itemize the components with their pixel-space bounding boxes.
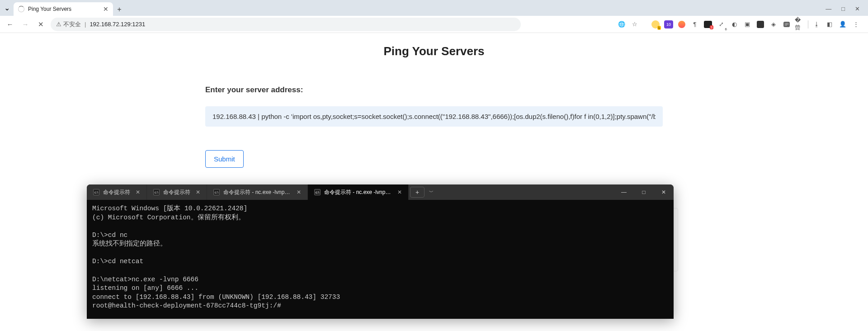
security-label: 不安全 xyxy=(63,20,81,28)
extension-icon[interactable]: ⤢6 xyxy=(716,19,726,29)
extensions-row: 🌐 ☆ 10 ¶ 3 ⤢6 ◐ ▣ ◈ IP �曾 ⭳ ◧ 👤 ⋮ xyxy=(617,19,863,29)
window-close-button[interactable]: ✕ xyxy=(855,5,860,12)
extension-icon[interactable]: ◐ xyxy=(729,19,739,29)
extension-icon[interactable]: ¶ xyxy=(690,19,700,29)
extension-icon[interactable] xyxy=(651,19,660,29)
tabs-dropdown[interactable]: ⌄ xyxy=(0,0,14,16)
extension-icon[interactable]: ▣ xyxy=(742,19,752,29)
new-tab-button[interactable]: + xyxy=(113,3,126,16)
terminal-new-tab-button[interactable]: + xyxy=(410,187,425,198)
terminal-minimize-button[interactable]: — xyxy=(614,184,634,200)
window-controls: — □ ✕ xyxy=(826,5,868,16)
window-minimize-button[interactable]: — xyxy=(826,5,831,12)
address-bar[interactable]: ⚠ 不安全 | 192.168.72.129:1231 xyxy=(51,18,521,31)
extensions-menu-icon[interactable]: �曾 xyxy=(795,19,805,29)
browser-toolbar: ← → ✕ ⚠ 不安全 | 192.168.72.129:1231 🌐 ☆ 10… xyxy=(0,16,868,33)
server-address-input[interactable] xyxy=(205,106,663,127)
nav-forward-button[interactable]: → xyxy=(20,20,31,28)
extension-icon[interactable] xyxy=(755,19,765,29)
profile-avatar-icon[interactable]: 👤 xyxy=(838,19,848,29)
tab-title: Ping Your Servers xyxy=(28,6,99,12)
terminal-tab-close-icon[interactable]: ✕ xyxy=(136,189,140,195)
sidepanel-icon[interactable]: ◧ xyxy=(825,19,835,29)
terminal-tab[interactable]: c:\ 命令提示符 ✕ xyxy=(147,184,207,200)
divider xyxy=(808,20,808,28)
terminal-maximize-button[interactable]: □ xyxy=(634,184,654,200)
translate-icon[interactable]: 🌐 xyxy=(617,19,627,29)
server-address-label: Enter your server address: xyxy=(205,85,663,95)
extension-icon[interactable] xyxy=(677,19,687,29)
terminal-tab-label: 命令提示符 xyxy=(103,189,130,196)
warning-icon: ⚠ xyxy=(56,21,61,28)
window-maximize-button[interactable]: □ xyxy=(841,5,845,12)
terminal-tab-label: 命令提示符 - nc.exe -lvnp 666 xyxy=(324,189,392,196)
bookmark-star-icon[interactable]: ☆ xyxy=(630,19,640,29)
terminal-close-button[interactable]: ✕ xyxy=(654,184,674,200)
terminal-window-controls: — □ ✕ xyxy=(614,184,674,200)
cmd-icon: c:\ xyxy=(213,189,220,195)
page-content: Ping Your Servers Enter your server addr… xyxy=(0,33,868,168)
browser-tab[interactable]: Ping Your Servers ✕ xyxy=(14,2,113,16)
security-indicator[interactable]: ⚠ 不安全 xyxy=(56,20,81,28)
terminal-tabstrip: c:\ 命令提示符 ✕ c:\ 命令提示符 ✕ c:\ 命令提示符 - nc.e… xyxy=(87,184,674,200)
nav-back-button[interactable]: ← xyxy=(5,20,15,28)
cmd-icon: c:\ xyxy=(153,189,160,195)
terminal-tab-close-icon[interactable]: ✕ xyxy=(196,189,200,195)
downloads-icon[interactable]: ⭳ xyxy=(811,19,821,29)
terminal-tab[interactable]: c:\ 命令提示符 ✕ xyxy=(87,184,147,200)
terminal-tab-close-icon[interactable]: ✕ xyxy=(397,189,402,195)
tab-close-icon[interactable]: ✕ xyxy=(103,5,108,13)
cmd-icon: c:\ xyxy=(314,189,321,195)
submit-button[interactable]: Submit xyxy=(205,150,244,168)
terminal-output[interactable]: Microsoft Windows [版本 10.0.22621.2428] (… xyxy=(87,200,674,319)
browser-tabstrip: ⌄ Ping Your Servers ✕ + — □ ✕ xyxy=(0,0,868,16)
nav-stop-button[interactable]: ✕ xyxy=(35,20,46,28)
terminal-tab-dropdown[interactable]: ﹀ xyxy=(426,187,437,198)
extension-icon[interactable]: ◈ xyxy=(769,19,778,29)
loading-spinner-icon xyxy=(18,6,24,12)
extension-icon[interactable]: 10 xyxy=(664,19,674,29)
cmd-icon: c:\ xyxy=(93,189,99,195)
url-text: 192.168.72.129:1231 xyxy=(90,21,145,28)
terminal-tab-close-icon[interactable]: ✕ xyxy=(297,189,301,195)
terminal-tab-label: 命令提示符 - nc.exe -lvnp 666 xyxy=(223,189,291,196)
browser-menu-icon[interactable]: ⋮ xyxy=(851,19,861,29)
terminal-window: c:\ 命令提示符 ✕ c:\ 命令提示符 ✕ c:\ 命令提示符 - nc.e… xyxy=(87,184,674,319)
extension-icon[interactable]: IP xyxy=(782,19,792,29)
page-title: Ping Your Servers xyxy=(0,44,868,58)
extension-icon[interactable]: 3 xyxy=(703,19,713,29)
terminal-tab[interactable]: c:\ 命令提示符 - nc.exe -lvnp 666 ✕ xyxy=(207,184,308,200)
terminal-tab-active[interactable]: c:\ 命令提示符 - nc.exe -lvnp 666 ✕ xyxy=(308,184,409,200)
terminal-tab-label: 命令提示符 xyxy=(163,189,190,196)
